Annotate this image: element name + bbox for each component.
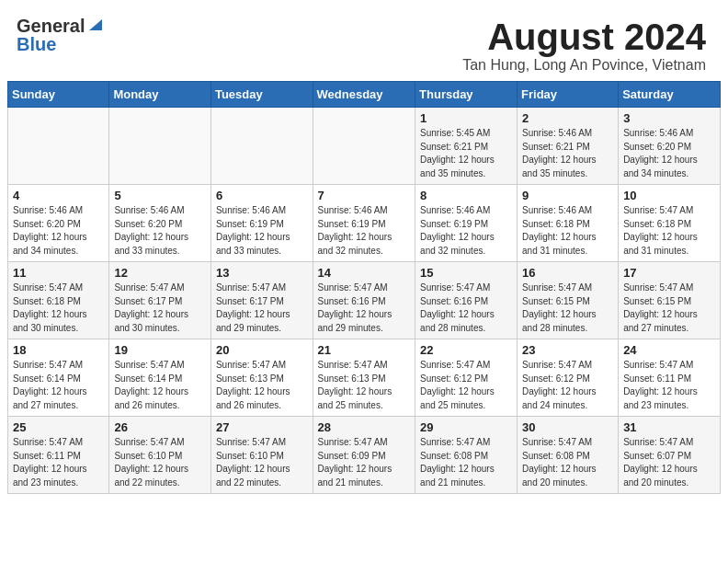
day-detail: Sunrise: 5:47 AM Sunset: 6:08 PM Dayligh… (420, 436, 512, 489)
day-detail: Sunrise: 5:47 AM Sunset: 6:15 PM Dayligh… (522, 282, 613, 335)
calendar-location: Tan Hung, Long An Povince, Vietnam (462, 57, 706, 74)
day-detail: Sunrise: 5:46 AM Sunset: 6:20 PM Dayligh… (114, 204, 206, 258)
day-header-tuesday: Tuesday (210, 82, 313, 108)
day-number: 3 (623, 111, 715, 125)
day-detail: Sunrise: 5:47 AM Sunset: 6:08 PM Dayligh… (522, 436, 613, 489)
title-block: August 2024 Tan Hung, Long An Povince, V… (462, 17, 706, 74)
calendar-cell: 17Sunrise: 5:47 AM Sunset: 6:15 PM Dayli… (619, 262, 721, 339)
calendar-cell: 27Sunrise: 5:47 AM Sunset: 6:10 PM Dayli… (210, 417, 313, 494)
day-detail: Sunrise: 5:46 AM Sunset: 6:19 PM Dayligh… (318, 204, 411, 258)
day-number: 9 (522, 189, 613, 202)
calendar-cell: 22Sunrise: 5:47 AM Sunset: 6:12 PM Dayli… (415, 339, 518, 417)
day-number: 25 (13, 420, 104, 434)
calendar-cell: 6Sunrise: 5:46 AM Sunset: 6:19 PM Daylig… (210, 185, 313, 262)
day-number: 23 (522, 343, 613, 357)
calendar-cell: 23Sunrise: 5:47 AM Sunset: 6:12 PM Dayli… (518, 339, 619, 417)
calendar-week-row: 1Sunrise: 5:45 AM Sunset: 6:21 PM Daylig… (8, 108, 721, 185)
day-detail: Sunrise: 5:47 AM Sunset: 6:16 PM Dayligh… (420, 282, 512, 335)
day-number: 27 (216, 420, 308, 434)
logo-triangle-icon (87, 16, 104, 32)
calendar-wrapper: SundayMondayTuesdayWednesdayThursdayFrid… (0, 81, 728, 501)
day-number: 31 (623, 420, 715, 434)
day-detail: Sunrise: 5:46 AM Sunset: 6:19 PM Dayligh… (420, 204, 512, 258)
day-header-row: SundayMondayTuesdayWednesdayThursdayFrid… (8, 82, 721, 108)
calendar-cell: 24Sunrise: 5:47 AM Sunset: 6:11 PM Dayli… (619, 339, 721, 417)
calendar-cell: 28Sunrise: 5:47 AM Sunset: 6:09 PM Dayli… (313, 417, 415, 494)
day-header-monday: Monday (109, 82, 211, 108)
day-number: 22 (420, 343, 512, 357)
calendar-cell: 3Sunrise: 5:46 AM Sunset: 6:20 PM Daylig… (619, 108, 721, 185)
calendar-cell: 19Sunrise: 5:47 AM Sunset: 6:14 PM Dayli… (109, 339, 211, 417)
day-detail: Sunrise: 5:47 AM Sunset: 6:10 PM Dayligh… (114, 436, 206, 489)
calendar-cell: 20Sunrise: 5:47 AM Sunset: 6:13 PM Dayli… (210, 339, 313, 417)
day-detail: Sunrise: 5:46 AM Sunset: 6:18 PM Dayligh… (522, 204, 613, 258)
day-header-saturday: Saturday (619, 82, 721, 108)
calendar-cell: 11Sunrise: 5:47 AM Sunset: 6:18 PM Dayli… (8, 262, 109, 339)
calendar-cell: 10Sunrise: 5:47 AM Sunset: 6:18 PM Dayli… (619, 185, 721, 262)
day-number: 17 (623, 266, 715, 280)
day-detail: Sunrise: 5:47 AM Sunset: 6:18 PM Dayligh… (13, 282, 104, 335)
calendar-cell: 12Sunrise: 5:47 AM Sunset: 6:17 PM Dayli… (109, 262, 211, 339)
day-number: 15 (420, 266, 512, 280)
day-number: 20 (216, 343, 308, 357)
logo-blue-text: Blue (17, 35, 56, 53)
calendar-cell (8, 108, 109, 185)
day-detail: Sunrise: 5:46 AM Sunset: 6:19 PM Dayligh… (216, 204, 308, 258)
day-number: 12 (114, 266, 206, 280)
calendar-cell: 8Sunrise: 5:46 AM Sunset: 6:19 PM Daylig… (415, 185, 518, 262)
day-number: 5 (114, 189, 206, 202)
calendar-cell: 2Sunrise: 5:46 AM Sunset: 6:21 PM Daylig… (518, 108, 619, 185)
calendar-cell: 26Sunrise: 5:47 AM Sunset: 6:10 PM Dayli… (109, 417, 211, 494)
day-number: 10 (623, 189, 715, 202)
calendar-cell (313, 108, 415, 185)
day-detail: Sunrise: 5:47 AM Sunset: 6:14 PM Dayligh… (114, 359, 206, 412)
day-detail: Sunrise: 5:47 AM Sunset: 6:07 PM Dayligh… (623, 436, 715, 489)
day-number: 1 (420, 111, 512, 125)
calendar-week-row: 11Sunrise: 5:47 AM Sunset: 6:18 PM Dayli… (8, 262, 721, 339)
day-detail: Sunrise: 5:47 AM Sunset: 6:17 PM Dayligh… (114, 282, 206, 335)
calendar-cell (109, 108, 211, 185)
day-number: 6 (216, 189, 308, 202)
day-detail: Sunrise: 5:47 AM Sunset: 6:16 PM Dayligh… (318, 282, 411, 335)
calendar-week-row: 25Sunrise: 5:47 AM Sunset: 6:11 PM Dayli… (8, 417, 721, 494)
day-detail: Sunrise: 5:47 AM Sunset: 6:12 PM Dayligh… (420, 359, 512, 412)
day-number: 8 (420, 189, 512, 202)
calendar-cell: 13Sunrise: 5:47 AM Sunset: 6:17 PM Dayli… (210, 262, 313, 339)
calendar-cell: 7Sunrise: 5:46 AM Sunset: 6:19 PM Daylig… (313, 185, 415, 262)
calendar-cell: 29Sunrise: 5:47 AM Sunset: 6:08 PM Dayli… (415, 417, 518, 494)
calendar-cell: 18Sunrise: 5:47 AM Sunset: 6:14 PM Dayli… (8, 339, 109, 417)
day-detail: Sunrise: 5:47 AM Sunset: 6:09 PM Dayligh… (318, 436, 411, 489)
day-detail: Sunrise: 5:47 AM Sunset: 6:10 PM Dayligh… (216, 436, 308, 489)
svg-marker-0 (89, 19, 102, 30)
day-detail: Sunrise: 5:47 AM Sunset: 6:13 PM Dayligh… (318, 359, 411, 412)
day-number: 14 (318, 266, 411, 280)
day-number: 7 (318, 189, 411, 202)
day-header-sunday: Sunday (8, 82, 109, 108)
calendar-cell: 15Sunrise: 5:47 AM Sunset: 6:16 PM Dayli… (415, 262, 518, 339)
calendar-title: August 2024 (462, 17, 706, 57)
calendar-week-row: 18Sunrise: 5:47 AM Sunset: 6:14 PM Dayli… (8, 339, 721, 417)
calendar-cell: 25Sunrise: 5:47 AM Sunset: 6:11 PM Dayli… (8, 417, 109, 494)
day-detail: Sunrise: 5:47 AM Sunset: 6:11 PM Dayligh… (13, 436, 104, 489)
day-number: 2 (522, 111, 613, 125)
day-number: 4 (13, 189, 104, 202)
day-detail: Sunrise: 5:47 AM Sunset: 6:13 PM Dayligh… (216, 359, 308, 412)
calendar-header: SundayMondayTuesdayWednesdayThursdayFrid… (8, 82, 721, 108)
day-detail: Sunrise: 5:46 AM Sunset: 6:21 PM Dayligh… (522, 127, 613, 180)
calendar-cell: 31Sunrise: 5:47 AM Sunset: 6:07 PM Dayli… (619, 417, 721, 494)
day-number: 24 (623, 343, 715, 357)
day-header-thursday: Thursday (415, 82, 518, 108)
day-header-friday: Friday (518, 82, 619, 108)
calendar-table: SundayMondayTuesdayWednesdayThursdayFrid… (7, 81, 721, 494)
day-number: 19 (114, 343, 206, 357)
day-detail: Sunrise: 5:47 AM Sunset: 6:15 PM Dayligh… (623, 282, 715, 335)
day-number: 21 (318, 343, 411, 357)
calendar-cell: 1Sunrise: 5:45 AM Sunset: 6:21 PM Daylig… (415, 108, 518, 185)
page-header: General Blue August 2024 Tan Hung, Long … (0, 0, 728, 81)
day-detail: Sunrise: 5:47 AM Sunset: 6:12 PM Dayligh… (522, 359, 613, 412)
day-number: 11 (13, 266, 104, 280)
day-detail: Sunrise: 5:47 AM Sunset: 6:11 PM Dayligh… (623, 359, 715, 412)
day-detail: Sunrise: 5:46 AM Sunset: 6:20 PM Dayligh… (13, 204, 104, 258)
logo-general-text: General (17, 17, 85, 35)
calendar-cell: 4Sunrise: 5:46 AM Sunset: 6:20 PM Daylig… (8, 185, 109, 262)
